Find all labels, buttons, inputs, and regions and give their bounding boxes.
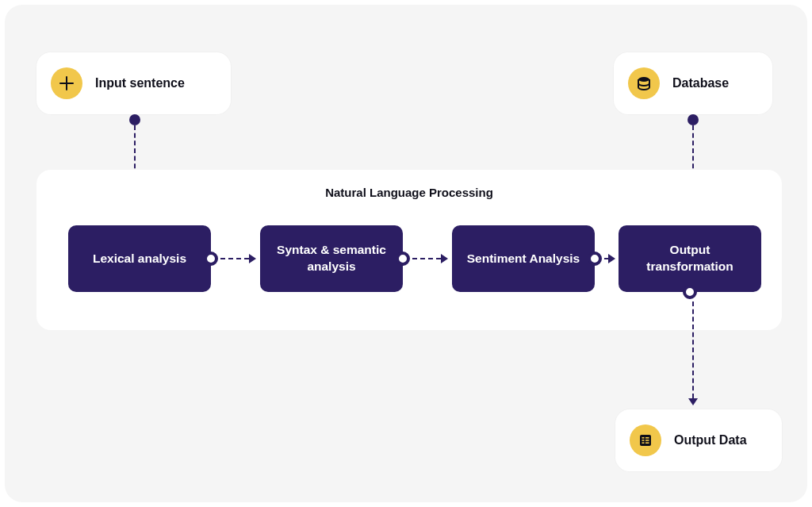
connector-port bbox=[204, 252, 218, 266]
nlp-title: Natural Language Processing bbox=[36, 186, 782, 199]
step-label: Sentiment Analysis bbox=[467, 251, 580, 267]
arrowhead-down-icon bbox=[688, 398, 698, 405]
connector-port bbox=[683, 285, 697, 299]
svg-point-0 bbox=[638, 77, 649, 82]
step-label: Output transformation bbox=[631, 242, 749, 275]
svg-rect-5 bbox=[645, 440, 649, 441]
input-sentence-label: Input sentence bbox=[95, 76, 185, 90]
output-data-icon bbox=[630, 424, 661, 456]
step-syntax-semantic: Syntax & semantic analysis bbox=[260, 225, 403, 292]
connector-line bbox=[220, 258, 249, 259]
step-lexical-analysis: Lexical analysis bbox=[68, 225, 211, 292]
connector-port bbox=[588, 252, 602, 266]
svg-rect-3 bbox=[645, 437, 649, 439]
output-data-card: Output Data bbox=[615, 409, 782, 471]
database-card: Database bbox=[614, 52, 772, 114]
connector-dot bbox=[129, 114, 140, 125]
plus-icon bbox=[51, 67, 82, 99]
svg-rect-6 bbox=[642, 442, 645, 444]
nlp-container: Natural Language Processing Lexical anal… bbox=[36, 170, 782, 330]
arrowhead-right-icon bbox=[608, 254, 615, 263]
database-icon bbox=[628, 67, 660, 99]
svg-rect-2 bbox=[642, 437, 645, 439]
svg-rect-7 bbox=[645, 442, 649, 444]
step-label: Lexical analysis bbox=[93, 251, 186, 267]
input-sentence-card: Input sentence bbox=[36, 52, 231, 114]
svg-rect-4 bbox=[642, 440, 645, 441]
output-data-label: Output Data bbox=[674, 433, 747, 447]
step-output-transformation: Output transformation bbox=[619, 225, 761, 292]
database-label: Database bbox=[672, 76, 729, 90]
diagram-canvas: Input sentence Database Natural Language… bbox=[5, 5, 807, 502]
arrowhead-right-icon bbox=[249, 254, 256, 263]
step-label: Syntax & semantic analysis bbox=[273, 242, 390, 275]
connector-dot bbox=[688, 114, 699, 125]
connector-port bbox=[396, 252, 410, 266]
connector-line bbox=[692, 302, 694, 398]
arrowhead-right-icon bbox=[441, 254, 448, 263]
connector-line bbox=[412, 258, 441, 259]
step-sentiment-analysis: Sentiment Analysis bbox=[452, 225, 595, 292]
